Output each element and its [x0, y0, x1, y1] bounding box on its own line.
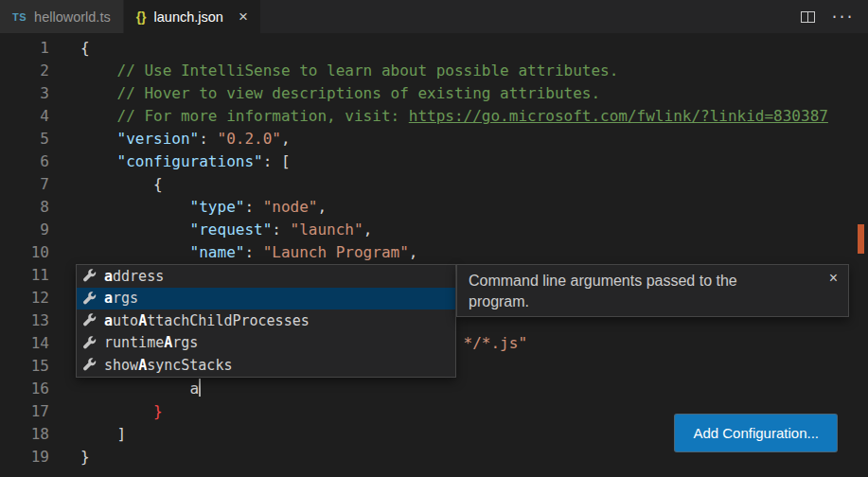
code-line-4[interactable]: 4 // For more information, visit: https:…: [0, 105, 868, 128]
line-number: 12: [0, 287, 49, 309]
code-text: "type": "node",: [80, 196, 327, 219]
typescript-file-icon: TS: [12, 11, 27, 23]
line-number: 11: [0, 264, 49, 287]
suggestion-runtimeArgs[interactable]: runtimeArgs: [77, 332, 455, 355]
code-token: [80, 243, 190, 261]
line-number: 16: [0, 378, 49, 400]
code-token: [80, 130, 117, 148]
code-token: "launch": [291, 221, 363, 238]
line-number: 8: [0, 196, 49, 219]
code-text: ]: [80, 423, 126, 446]
code-area: 1{2 // Use IntelliSense to learn about p…: [0, 37, 868, 468]
suggestion-label: address: [104, 268, 164, 285]
line-number: 3: [0, 82, 49, 105]
text-cursor: [199, 379, 201, 397]
suggestion-docs-text: Command line arguments passed to the pro…: [469, 271, 762, 312]
suggestion-showAsyncStacks[interactable]: showAsyncStacks: [77, 354, 455, 377]
code-line-2[interactable]: 2 // Use IntelliSense to learn about pos…: [0, 60, 868, 82]
close-docs-icon[interactable]: ×: [829, 268, 838, 289]
line-number: 19: [0, 446, 49, 468]
more-actions-icon[interactable]: ···: [830, 9, 853, 26]
editor[interactable]: 1{2 // Use IntelliSense to learn about p…: [0, 33, 868, 477]
code-line-3[interactable]: 3 // Hover to view descriptions of exist…: [0, 82, 868, 105]
tab-helloworld-ts[interactable]: TS helloworld.ts: [0, 0, 124, 33]
code-token: ]: [80, 425, 126, 443]
line-number: 13: [0, 309, 49, 332]
code-line-8[interactable]: 8 "type": "node",: [0, 196, 868, 219]
code-token: "name": [190, 243, 245, 261]
code-text: {: [80, 37, 90, 60]
code-token: "Launch Program": [263, 243, 409, 261]
code-token: }: [80, 448, 90, 466]
close-tab-icon[interactable]: ×: [239, 9, 248, 25]
line-number: 15: [0, 355, 49, 378]
property-wrench-icon: [82, 269, 97, 284]
code-line-5[interactable]: 5 "version": "0.2.0",: [0, 128, 868, 150]
tab-label: helloworld.ts: [34, 9, 111, 25]
code-token: a: [80, 380, 199, 398]
suggestion-label: runtimeArgs: [104, 334, 198, 351]
code-token: "configurations": [117, 152, 263, 170]
code-token: "node": [263, 198, 318, 216]
code-token: [80, 402, 153, 420]
code-token: :: [199, 130, 217, 148]
line-number: 14: [0, 332, 49, 355]
code-text: }: [80, 400, 163, 423]
code-token: [80, 198, 190, 216]
code-line-6[interactable]: 6 "configurations": [: [0, 150, 868, 173]
suggestion-autoAttachChildProcesses[interactable]: autoAttachChildProcesses: [77, 309, 455, 332]
line-number: 18: [0, 423, 49, 446]
code-token: :: [244, 243, 262, 261]
json-file-icon: {}: [136, 9, 147, 25]
add-configuration-button[interactable]: Add Configuration...: [675, 415, 837, 451]
code-text: "configurations": [: [80, 150, 291, 173]
overview-ruler-scrollbar[interactable]: [855, 33, 868, 477]
code-token: [80, 107, 117, 125]
code-text: // For more information, visit: https://…: [80, 105, 828, 128]
code-line-7[interactable]: 7 {: [0, 173, 868, 196]
line-number: 5: [0, 128, 49, 150]
code-text: // Use IntelliSense to learn about possi…: [80, 60, 618, 82]
code-token: ,: [281, 130, 291, 148]
code-token: [80, 221, 190, 238]
tab-launch-json[interactable]: {} launch.json ×: [124, 0, 261, 33]
intellisense-suggest-widget: addressargsautoAttachChildProcessesrunti…: [76, 264, 456, 378]
code-token: "0.2.0": [218, 130, 281, 148]
ruler-decoration-marker: [858, 224, 864, 254]
suggestion-args[interactable]: args: [77, 288, 455, 310]
code-line-1[interactable]: 1{: [0, 37, 868, 60]
code-text: {: [80, 173, 163, 196]
editor-actions: ···: [801, 0, 868, 33]
property-wrench-icon: [82, 358, 97, 373]
split-editor-icon[interactable]: [801, 11, 815, 23]
code-token: "type": [190, 198, 245, 216]
code-line-10[interactable]: 10 "name": "Launch Program",: [0, 241, 868, 264]
code-token: // Use IntelliSense to learn about possi…: [117, 62, 619, 80]
code-text: // Hover to view descriptions of existin…: [80, 82, 600, 105]
code-line-9[interactable]: 9 "request": "launch",: [0, 219, 868, 241]
code-token: ,: [317, 198, 327, 216]
suggestion-address[interactable]: address: [77, 265, 455, 288]
code-token: {: [80, 39, 90, 57]
suggestion-label: autoAttachChildProcesses: [104, 312, 310, 329]
code-line-16[interactable]: 16 a: [0, 378, 868, 400]
line-number: 1: [0, 37, 49, 60]
line-number: 2: [0, 60, 49, 82]
code-text: "request": "launch",: [80, 219, 372, 241]
code-token: {: [80, 175, 163, 193]
comment-link[interactable]: https://go.microsoft.com/fwlink/?linkid=…: [409, 107, 828, 125]
code-token: ,: [409, 243, 418, 261]
code-token: // Hover to view descriptions of existin…: [117, 84, 601, 102]
line-number: 9: [0, 219, 49, 241]
code-token: }: [153, 402, 163, 420]
code-text: a: [80, 378, 201, 400]
tab-bar: TS helloworld.ts {} launch.json × ···: [0, 0, 868, 33]
code-token: : [: [263, 152, 291, 170]
code-token: :: [244, 198, 262, 216]
line-number: 7: [0, 173, 49, 196]
tab-label: launch.json: [154, 9, 223, 25]
code-token: [80, 62, 117, 80]
code-token: "version": [117, 130, 200, 148]
code-token: // For more information, visit:: [117, 107, 409, 125]
line-number: 6: [0, 150, 49, 173]
